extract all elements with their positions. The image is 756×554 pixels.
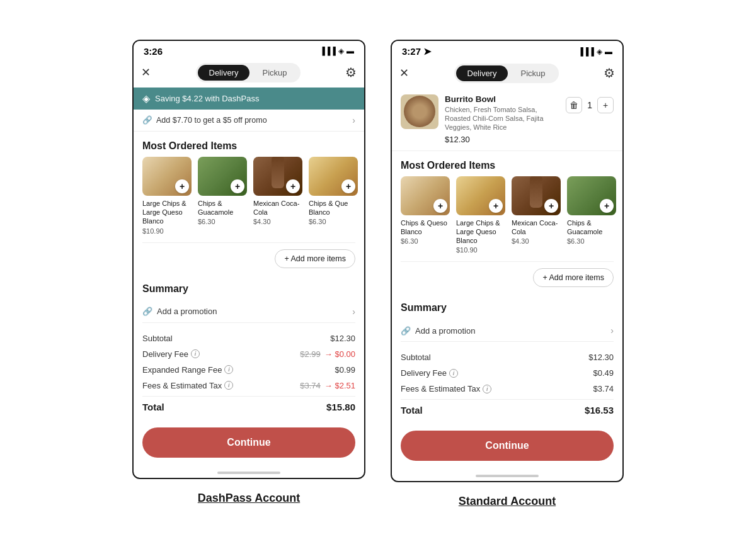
status-time-right: 3:27 ➤: [402, 46, 432, 57]
signal-icon-right: ▐▐▐: [578, 47, 594, 56]
continue-button-left[interactable]: Continue: [142, 427, 355, 458]
continue-btn-wrap-left: Continue: [134, 421, 364, 466]
dashpass-phone: 3:26 ▐▐▐ ◈ ▬ ✕ Delivery Pickup ⚙ ◈ Sav: [132, 40, 365, 479]
caption-left: DashPass Account: [198, 492, 300, 505]
menu-item-price-3-left: $6.30: [309, 218, 358, 225]
continue-btn-wrap-right: Continue: [392, 424, 622, 470]
promo-bar-left: 🔗 Add $7.70 to get a $5 off promo: [142, 115, 267, 125]
menu-item-price-2-right: $4.30: [512, 237, 561, 245]
tab-pickup-left[interactable]: Pickup: [251, 65, 298, 81]
fee-label-subtotal-left: Subtotal: [142, 334, 173, 343]
info-icon-expanded-left[interactable]: i: [224, 365, 233, 374]
info-icon-tax-right[interactable]: i: [483, 385, 491, 393]
add-item-2-left[interactable]: +: [286, 179, 300, 193]
menu-item-name-1-right: Large Chips & Large Queso Blanco: [456, 218, 505, 246]
summary-section-left: Summary 🔗 Add a promotion › Subtotal $12…: [134, 274, 364, 421]
fee-discount-tax-left: → $2.51: [324, 381, 355, 390]
fee-original-delivery-left: $2.99: [300, 349, 321, 359]
summary-title-right: Summary: [401, 293, 614, 320]
total-label-right: Total: [401, 405, 423, 416]
add-more-right: + Add more items: [392, 262, 622, 293]
wifi-icon-left: ◈: [338, 47, 344, 55]
dashpass-icon: ◈: [142, 93, 150, 105]
total-value-left: $15.80: [326, 402, 355, 412]
menu-item-img-0-right: +: [401, 176, 450, 215]
close-icon-right[interactable]: ✕: [399, 66, 409, 80]
dashpass-banner: ◈ Saving $4.22 with DashPass: [134, 88, 364, 110]
menu-item-0-right: + Chips & Queso Blanco $6.30: [401, 176, 450, 254]
menu-item-price-1-left: $6.30: [198, 218, 247, 225]
menu-item-1-right: + Large Chips & Large Queso Blanco $10.9…: [456, 176, 505, 254]
add-item-1-right[interactable]: +: [489, 199, 503, 213]
battery-icon-left: ▬: [346, 47, 354, 55]
promo-bar[interactable]: 🔗 Add $7.70 to get a $5 off promo ›: [134, 110, 364, 132]
total-value-right: $16.53: [585, 405, 614, 416]
home-bar-left: [217, 472, 280, 474]
section-header-right: Most Ordered Items: [392, 151, 622, 176]
promotion-label-left: Add a promotion: [157, 307, 217, 316]
add-item-0-right[interactable]: +: [433, 199, 447, 213]
add-item-3-left[interactable]: +: [341, 179, 355, 193]
fee-row-subtotal-right: Subtotal $12.30: [401, 349, 614, 365]
add-more-button-right[interactable]: + Add more items: [533, 268, 614, 287]
fee-row-subtotal-left: Subtotal $12.30: [142, 331, 355, 346]
add-item-2-right[interactable]: +: [544, 199, 558, 213]
fee-value-subtotal-left: $12.30: [330, 334, 355, 343]
section-header-left: Most Ordered Items: [134, 132, 364, 157]
promotion-icon-left: 🔗: [142, 307, 152, 316]
nav-bar-right: ✕ Delivery Pickup ⚙: [392, 60, 622, 88]
add-item-0-left[interactable]: +: [175, 179, 189, 193]
info-icon-tax-left[interactable]: i: [224, 381, 233, 390]
qty-decrease-right[interactable]: 🗑: [566, 97, 582, 113]
nav-bar-left: ✕ Delivery Pickup ⚙: [134, 59, 364, 88]
info-icon-delivery-left[interactable]: i: [191, 349, 200, 358]
summary-title-left: Summary: [142, 274, 355, 301]
tab-pickup-right[interactable]: Pickup: [509, 65, 556, 81]
menu-item-img-3-left: +: [309, 157, 358, 196]
dashpass-column: 3:26 ▐▐▐ ◈ ▬ ✕ Delivery Pickup ⚙ ◈ Sav: [132, 40, 365, 505]
promotion-label-right: Add a promotion: [415, 326, 475, 336]
menu-item-price-0-right: $6.30: [401, 237, 450, 245]
qty-increase-right[interactable]: +: [597, 97, 614, 113]
fee-row-delivery-left: Delivery Fee i $2.99 → $0.00: [142, 346, 355, 362]
tab-delivery-left[interactable]: Delivery: [198, 65, 250, 81]
wifi-icon-right: ◈: [597, 47, 602, 56]
add-item-1-left[interactable]: +: [231, 179, 244, 193]
profile-icon-right[interactable]: ⚙: [604, 65, 615, 81]
menu-item-2-right: + Mexican Coca-Cola $4.30: [512, 176, 561, 254]
cart-item-right: Burrito Bowl Chicken, Fresh Tomato Salsa…: [392, 88, 622, 151]
cart-item-info-right: Burrito Bowl Chicken, Fresh Tomato Salsa…: [445, 94, 559, 144]
add-more-button-left[interactable]: + Add more items: [275, 249, 355, 268]
fee-value-delivery-left: $2.99 → $0.00: [300, 349, 355, 359]
menu-item-name-2-left: Mexican Coca-Cola: [253, 199, 302, 217]
menu-item-name-1-left: Chips & Guacamole: [198, 199, 247, 217]
signal-icon-left: ▐▐▐: [319, 47, 336, 55]
add-more-left: + Add more items: [134, 243, 364, 274]
menu-item-img-2-left: +: [253, 157, 302, 196]
status-bar-left: 3:26 ▐▐▐ ◈ ▬: [134, 41, 364, 59]
home-indicator-left: [134, 466, 364, 478]
promotion-row-right[interactable]: 🔗 Add a promotion ›: [401, 320, 614, 342]
info-icon-delivery-right[interactable]: i: [449, 369, 458, 378]
fee-row-tax-left: Fees & Estimated Tax i $3.74 → $2.51: [142, 378, 355, 393]
fee-label-tax-left: Fees & Estimated Tax i: [142, 381, 233, 390]
fee-value-delivery-right: $0.49: [593, 368, 614, 378]
menu-item-name-2-right: Mexican Coca-Cola: [512, 218, 561, 237]
cart-item-img-right: [401, 94, 438, 129]
cart-item-controls-right: 🗑 1 +: [566, 97, 614, 113]
promotion-row-left[interactable]: 🔗 Add a promotion ›: [142, 301, 355, 323]
fee-value-tax-right: $3.74: [593, 384, 614, 393]
caption-right: Standard Account: [459, 495, 556, 508]
fee-row-tax-right: Fees & Estimated Tax i $3.74: [401, 381, 614, 397]
continue-button-right[interactable]: Continue: [401, 431, 614, 461]
nav-tabs-left: Delivery Pickup: [196, 63, 301, 82]
fee-label-tax-right: Fees & Estimated Tax i: [401, 384, 491, 393]
fee-discount-delivery-left: → $0.00: [324, 349, 355, 359]
add-item-3-right[interactable]: +: [600, 199, 614, 213]
close-icon-left[interactable]: ✕: [141, 65, 151, 79]
profile-icon-left[interactable]: ⚙: [345, 65, 357, 80]
page-container: 3:26 ▐▐▐ ◈ ▬ ✕ Delivery Pickup ⚙ ◈ Sav: [0, 21, 756, 534]
tab-delivery-right[interactable]: Delivery: [456, 65, 508, 81]
standard-phone: 3:27 ➤ ▐▐▐ ◈ ▬ ✕ Delivery Pickup ⚙: [391, 40, 624, 483]
menu-item-name-3-left: Chips & Que Blanco: [309, 199, 358, 217]
